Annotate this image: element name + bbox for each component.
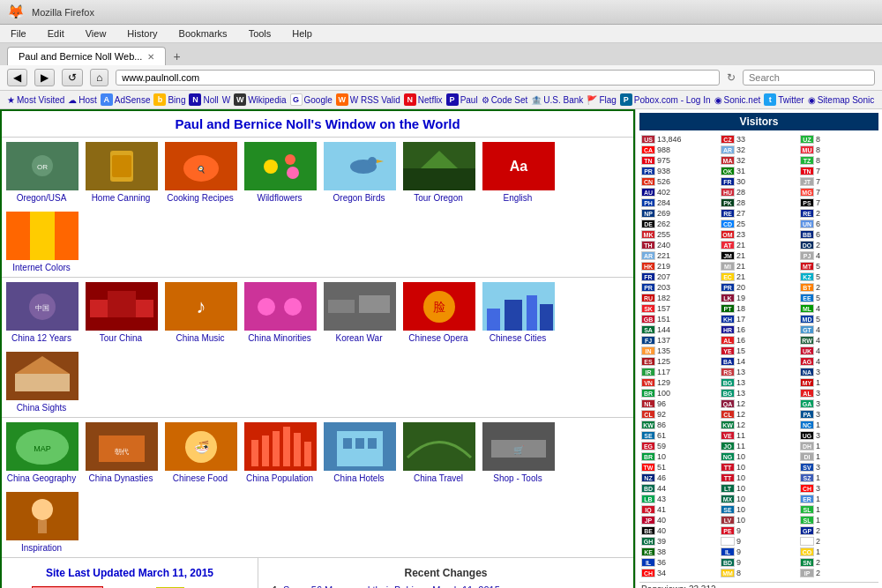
grid-item-travel[interactable]: China Travel	[399, 418, 478, 488]
menu-help[interactable]: Help	[288, 26, 316, 41]
grid-label-canning[interactable]: Home Canning	[92, 193, 151, 203]
search-input[interactable]	[743, 70, 875, 86]
bookmark-host[interactable]: ☁ Host	[68, 93, 97, 106]
svg-point-15	[368, 157, 377, 166]
svg-rect-48	[15, 374, 70, 391]
grid-label-tour-china[interactable]: Tour China	[100, 333, 142, 343]
bookmark-sitemap[interactable]: ◉ Sitemap Sonic	[808, 93, 874, 106]
grid-item-opera[interactable]: 脸 Chinese Opera	[399, 278, 478, 347]
change-link-1[interactable]: Some 56 Moms and their Babies - March 11…	[283, 584, 500, 588]
grid-label-korean[interactable]: Korean War	[336, 333, 383, 343]
bookmark-paul[interactable]: P Paul	[446, 93, 478, 106]
grid-item-cooking[interactable]: 🍳 Cooking Recipes	[161, 138, 240, 207]
grid-label-cities[interactable]: Chinese Cities	[490, 333, 546, 343]
grid-label-food[interactable]: Chinese Food	[173, 473, 228, 483]
bookmark-wikipedia[interactable]: W Wikipedia	[234, 93, 286, 106]
grid-item-canning[interactable]: Home Canning	[81, 138, 161, 207]
grid-item-english[interactable]: Aa English	[478, 138, 557, 207]
grid-label-geo[interactable]: China Geography	[7, 473, 76, 483]
grid-item-tour-china[interactable]: Tour China	[81, 278, 161, 347]
flag-entry: ML4	[798, 303, 878, 314]
bookmark-bing[interactable]: b Bing	[153, 93, 185, 106]
bookmark-netflix[interactable]: N Netflix	[404, 93, 443, 106]
grid-label-colors[interactable]: Internet Colors	[12, 263, 71, 272]
grid-item-hotels[interactable]: China Hotels	[319, 418, 399, 488]
flag-entry: RU182	[639, 293, 719, 303]
grid-label-opera[interactable]: Chinese Opera	[408, 333, 467, 343]
grid-item-population[interactable]: China Population	[240, 418, 319, 488]
grid-label-population[interactable]: China Population	[246, 473, 313, 483]
grid-item-china12[interactable]: 中国 China 12 Years	[2, 278, 81, 347]
grid-label-oregon[interactable]: Oregon/USA	[17, 193, 67, 203]
reload-button[interactable]: ↺	[62, 69, 83, 86]
bookmark-codeset[interactable]: ⚙ Code Set	[482, 93, 528, 106]
grid-item-colors[interactable]: Internet Colors	[2, 207, 81, 277]
flag-entry: PS7	[798, 197, 878, 208]
tab-close-icon[interactable]: ✕	[147, 52, 154, 62]
flag-entry: MU8	[798, 145, 878, 155]
grid-item-dynasties[interactable]: 朝代 China Dynasties	[81, 418, 161, 488]
forward-button[interactable]: ▶	[34, 69, 55, 86]
grid-item-sights[interactable]: China Sights	[2, 347, 81, 417]
menu-history[interactable]: History	[123, 26, 161, 41]
grid-label-hotels[interactable]: China Hotels	[333, 473, 384, 483]
flag-entry: OK31	[719, 166, 798, 176]
grid-label-shop[interactable]: Shop - Tools	[493, 473, 542, 483]
refresh-icon[interactable]: ↻	[727, 71, 736, 84]
bookmark-google[interactable]: G Google	[290, 93, 333, 106]
grid-label-cooking[interactable]: Cooking Recipes	[167, 193, 234, 203]
grid-label-wildflowers[interactable]: Wildflowers	[257, 193, 302, 203]
changes-list: Some 56 Moms and their Babies - March 11…	[267, 584, 624, 588]
grid-label-birds[interactable]: Oregon Birds	[333, 193, 385, 203]
grid-item-minorities[interactable]: China Minorities	[240, 278, 319, 347]
menu-view[interactable]: View	[82, 26, 110, 41]
flag-entry: EC21	[719, 272, 798, 282]
bookmark-adsense[interactable]: A AdSense	[101, 93, 151, 106]
flag-entry: DI1	[798, 451, 878, 462]
grid-label-music[interactable]: China Music	[176, 333, 224, 343]
flag-entry: TZ8	[798, 155, 878, 166]
grid-label-china12[interactable]: China 12 Years	[11, 333, 71, 343]
home-button[interactable]: ⌂	[90, 69, 108, 86]
grid-item-music[interactable]: ♪ China Music	[161, 278, 240, 347]
active-tab[interactable]: Paul and Bernice Noll Web... ✕	[7, 47, 166, 65]
bookmark-w[interactable]: W	[222, 93, 230, 106]
menu-bookmarks[interactable]: Bookmarks	[176, 26, 231, 41]
grid-label-english[interactable]: English	[504, 193, 533, 203]
grid-item-food[interactable]: 🍜 Chinese Food	[161, 418, 240, 488]
grid-item-birds[interactable]: Oregon Birds	[319, 138, 399, 207]
grid-item-geo[interactable]: MAP China Geography	[2, 418, 81, 488]
grid-label-inspiration[interactable]: Inspiration	[21, 543, 62, 553]
grid-label-minorities[interactable]: China Minorities	[248, 333, 311, 343]
grid-label-travel[interactable]: China Travel	[414, 473, 463, 483]
grid-label-dynasties[interactable]: China Dynasties	[89, 473, 153, 483]
grid-item-oregon[interactable]: OR Oregon/USA	[2, 138, 81, 207]
menu-tools[interactable]: Tools	[245, 26, 275, 41]
grid-label-tour-oregon[interactable]: Tour Oregon	[414, 193, 463, 203]
svg-rect-61	[262, 435, 269, 466]
menu-edit[interactable]: Edit	[44, 26, 68, 41]
svg-rect-9	[244, 142, 317, 190]
bookmark-flag[interactable]: 🚩 Flag	[587, 93, 616, 106]
svg-rect-44	[505, 300, 522, 331]
new-tab-button[interactable]: +	[168, 48, 185, 65]
bookmark-pobox[interactable]: P Pobox.com - Log In	[620, 93, 711, 106]
bookmark-sonic[interactable]: ◉ Sonic.net	[714, 93, 761, 106]
grid-item-inspiration[interactable]: Inspiration	[2, 488, 81, 557]
grid-item-cities[interactable]: Chinese Cities	[478, 278, 557, 347]
grid-item-wildflowers[interactable]: Wildflowers	[240, 138, 319, 207]
menu-file[interactable]: File	[7, 26, 30, 41]
grid-item-tour-oregon[interactable]: Tour Oregon	[399, 138, 478, 207]
url-input[interactable]	[116, 70, 720, 86]
bookmark-twitter[interactable]: t Twitter	[764, 93, 804, 106]
grid-item-korean[interactable]: Korean War	[319, 278, 399, 347]
bookmark-most-visited[interactable]: ★ Most Visited	[7, 93, 64, 106]
grid-label-sights[interactable]: China Sights	[17, 403, 67, 413]
back-button[interactable]: ◀	[7, 69, 27, 86]
bookmarks-bar: ★ Most Visited ☁ Host A AdSense b Bing N…	[0, 91, 882, 109]
bookmark-rss[interactable]: W W RSS Valid	[336, 93, 400, 106]
flag-entry: BR100	[639, 388, 719, 398]
grid-item-shop[interactable]: 🛒 Shop - Tools	[478, 418, 557, 488]
bookmark-usbank[interactable]: 🏦 U.S. Bank	[531, 93, 583, 106]
bookmark-noll[interactable]: N Noll	[189, 93, 218, 106]
